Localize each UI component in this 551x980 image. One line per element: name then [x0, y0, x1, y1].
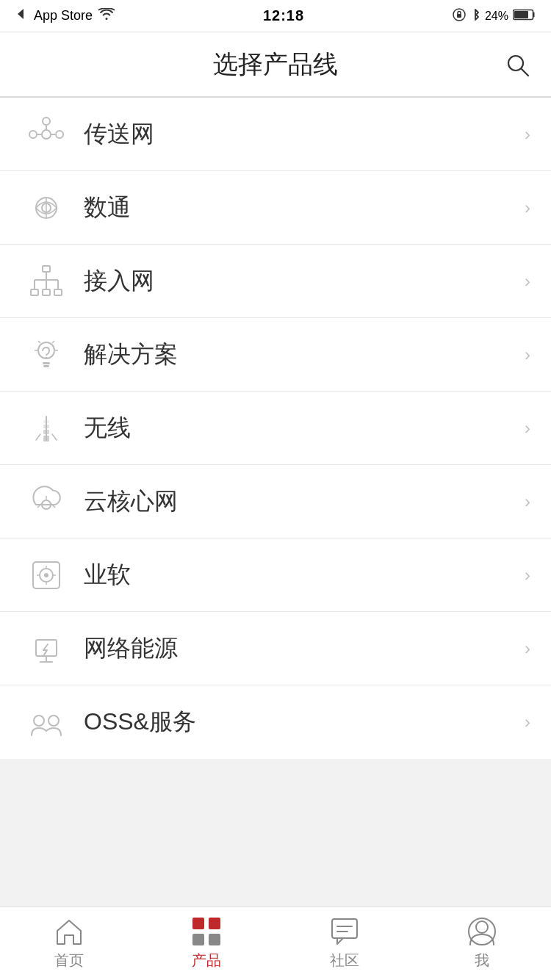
chevron-right-icon: ›: [525, 124, 530, 145]
tab-me[interactable]: 我: [414, 917, 552, 970]
oss-icon: [21, 696, 72, 748]
battery-icon: [513, 9, 536, 24]
chevron-right-icon: ›: [525, 565, 530, 586]
svg-rect-2: [457, 14, 461, 18]
list-item[interactable]: 网络能源 ›: [0, 612, 551, 685]
svg-rect-50: [36, 640, 57, 656]
tab-me-label: 我: [475, 951, 489, 970]
nav-bar: 选择产品线: [0, 32, 551, 97]
svg-point-10: [43, 118, 50, 125]
status-time: 12:18: [263, 7, 304, 24]
svg-rect-20: [54, 289, 62, 295]
product-icon: [190, 917, 223, 946]
svg-line-6: [522, 69, 528, 76]
svg-point-53: [34, 716, 44, 726]
wifi-icon: [98, 8, 115, 24]
jieru-icon: [21, 256, 72, 307]
bluetooth-icon: [470, 8, 480, 24]
shutong-icon: [21, 182, 72, 234]
chevron-right-icon: ›: [525, 638, 530, 659]
chevron-right-icon: ›: [525, 198, 530, 218]
svg-point-7: [42, 130, 51, 139]
list-item[interactable]: 数通 ›: [0, 171, 551, 245]
svg-rect-38: [43, 420, 49, 423]
svg-rect-19: [43, 289, 50, 295]
tab-home[interactable]: 首页: [0, 917, 138, 970]
status-left: App Store: [15, 7, 115, 24]
item-label: OSS&服务: [84, 706, 517, 738]
list-item[interactable]: 无线 ›: [0, 392, 551, 465]
svg-line-30: [38, 341, 40, 343]
chevron-right-icon: ›: [525, 345, 530, 365]
svg-rect-59: [332, 919, 357, 938]
list-item[interactable]: 业软 ›: [0, 538, 551, 612]
item-label: 无线: [84, 412, 517, 444]
list-item[interactable]: 传送网 ›: [0, 98, 551, 171]
page-background: [0, 759, 551, 906]
svg-point-63: [469, 918, 495, 945]
svg-rect-35: [43, 436, 49, 442]
svg-rect-56: [209, 918, 220, 929]
tab-home-label: 首页: [54, 951, 84, 970]
item-label: 云核心网: [84, 486, 517, 518]
item-label: 业软: [84, 559, 517, 591]
tab-bar: 首页 产品 社区: [0, 907, 551, 980]
wuxian-icon: [21, 403, 72, 454]
lock-icon: [453, 8, 466, 24]
svg-rect-36: [43, 430, 49, 434]
battery-label: 24%: [485, 10, 508, 23]
status-bar: App Store 12:18 24%: [0, 0, 551, 32]
svg-rect-29: [43, 365, 49, 367]
wangluoneng-icon: [21, 623, 72, 674]
status-right: 24%: [453, 8, 536, 24]
me-icon: [465, 917, 499, 946]
search-button[interactable]: [504, 51, 530, 78]
home-icon: [52, 917, 86, 946]
svg-point-8: [29, 131, 37, 138]
item-label: 接入网: [84, 265, 517, 298]
back-arrow-icon: [15, 7, 28, 24]
svg-rect-57: [192, 934, 204, 945]
svg-point-54: [48, 716, 59, 726]
svg-point-9: [56, 131, 63, 138]
item-label: 数通: [84, 192, 517, 224]
yeruai-icon: [21, 550, 72, 601]
chuansongwang-icon: [21, 109, 72, 160]
tab-community[interactable]: 社区: [276, 917, 414, 970]
svg-point-5: [508, 56, 523, 71]
yunhexin-icon: [21, 476, 72, 527]
product-list: 传送网 › 数通 ›: [0, 97, 551, 759]
svg-rect-55: [192, 918, 204, 929]
svg-point-27: [46, 356, 48, 359]
item-label: 网络能源: [84, 633, 517, 665]
svg-rect-37: [43, 425, 49, 428]
chevron-right-icon: ›: [525, 418, 530, 439]
svg-rect-58: [209, 934, 220, 945]
svg-rect-17: [43, 266, 50, 272]
svg-point-45: [44, 573, 48, 577]
tab-product[interactable]: 产品: [138, 917, 276, 970]
item-label: 传送网: [84, 118, 517, 151]
tab-product-label: 产品: [192, 951, 221, 970]
list-item[interactable]: 接入网 ›: [0, 245, 551, 318]
svg-rect-28: [43, 362, 50, 364]
item-label: 解决方案: [84, 339, 517, 371]
svg-line-31: [52, 341, 54, 343]
list-item[interactable]: OSS&服务 ›: [0, 685, 551, 759]
list-item[interactable]: 云核心网 ›: [0, 465, 551, 538]
tab-community-label: 社区: [330, 951, 359, 970]
svg-point-62: [476, 921, 488, 933]
page-title: 选择产品线: [213, 48, 338, 82]
svg-rect-18: [31, 289, 38, 295]
chevron-right-icon: ›: [525, 712, 530, 732]
carrier-label: App Store: [34, 8, 93, 24]
chevron-right-icon: ›: [525, 491, 530, 512]
community-icon: [328, 917, 361, 946]
chevron-right-icon: ›: [525, 271, 530, 292]
svg-point-26: [38, 342, 54, 359]
svg-marker-0: [18, 9, 24, 19]
list-item[interactable]: 解决方案 ›: [0, 318, 551, 392]
svg-rect-4: [514, 11, 528, 18]
jiejue-icon: [21, 329, 72, 381]
